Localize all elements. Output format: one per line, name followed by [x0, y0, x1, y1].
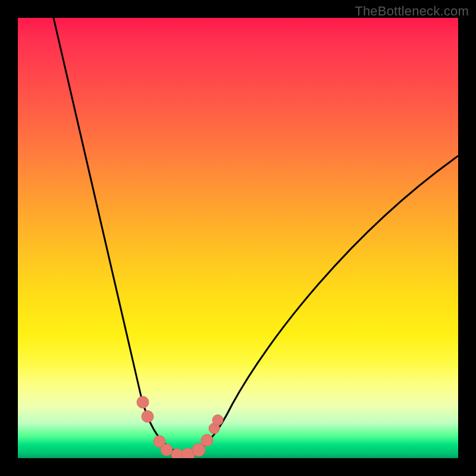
marker-dot: [161, 444, 173, 456]
marker-dot: [142, 411, 154, 422]
marker-dot: [137, 396, 149, 408]
marker-dot: [201, 434, 213, 446]
marker-group: [137, 396, 223, 458]
right-curve: [189, 156, 458, 455]
marker-dot: [212, 415, 223, 425]
watermark-text: TheBottleneck.com: [355, 4, 469, 19]
left-curve: [54, 18, 183, 455]
curve-overlay: [18, 18, 458, 458]
